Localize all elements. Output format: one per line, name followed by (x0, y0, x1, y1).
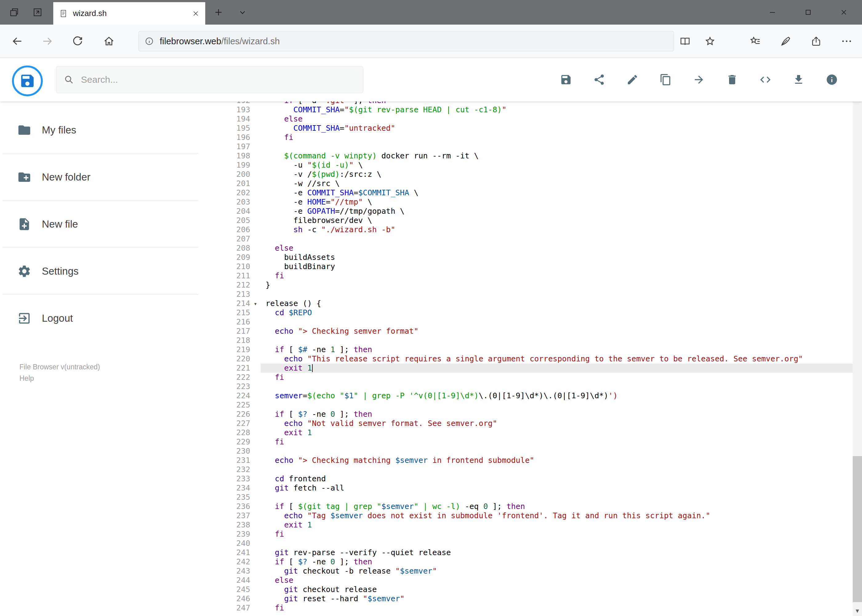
edit-button[interactable] (626, 74, 638, 86)
delete-button[interactable] (726, 74, 738, 86)
code-line[interactable]: 202 -e COMMIT_SHA=$COMMIT_SHA \ (223, 188, 853, 198)
code-line[interactable]: 208 else (223, 244, 853, 253)
sidebar-item-new-folder[interactable]: New folder (0, 154, 223, 201)
fold-gutter (250, 446, 261, 456)
code-line[interactable]: 200 -v /$(pwd):/src:z \ (223, 170, 853, 179)
code-line[interactable]: 230 (223, 446, 853, 456)
site-info-icon[interactable] (144, 36, 154, 46)
code-line[interactable]: 199 -u "$(id -u)" \ (223, 160, 853, 170)
code-line[interactable]: 224 semver=$(echo "$1" | grep -P '^v(0|[… (223, 391, 853, 401)
save-button[interactable] (560, 74, 572, 86)
code-line[interactable]: 243 git checkout -b release "$semver" (223, 566, 853, 576)
code-line[interactable]: 192 if [ -d ".git" ]; then (223, 102, 853, 105)
hub-icon[interactable] (749, 35, 761, 47)
code-line[interactable]: 234 git fetch --all (223, 484, 853, 493)
code-line[interactable]: 244 else (223, 576, 853, 585)
code-line[interactable]: 220 echo "This release script requires a… (223, 354, 853, 363)
close-button[interactable] (832, 0, 856, 25)
code-line[interactable]: 196 fi (223, 133, 853, 142)
copy-button[interactable] (660, 74, 672, 86)
code-editor[interactable]: 192 if [ -d ".git" ]; then193 COMMIT_SHA… (223, 102, 853, 616)
code-line[interactable]: 245 git checkout release (223, 585, 853, 594)
address-bar[interactable]: filebrowser.web/files/wizard.sh (139, 31, 674, 51)
code-line[interactable]: 213 (223, 290, 853, 299)
maximize-button[interactable] (796, 0, 821, 25)
back-icon[interactable] (11, 35, 24, 47)
sidebar-item-settings[interactable]: Settings (0, 248, 223, 295)
share-button[interactable] (593, 74, 605, 86)
code-line[interactable]: 241 git rev-parse --verify --quiet relea… (223, 548, 853, 557)
code-line[interactable]: 218 (223, 336, 853, 345)
code-line[interactable]: 195 COMMIT_SHA="untracked" (223, 124, 853, 133)
code-line[interactable]: 203 -e HOME="//tmp" \ (223, 198, 853, 207)
more-options-icon[interactable] (840, 35, 853, 47)
code-line[interactable]: 209 buildAssets (223, 253, 853, 262)
code-line[interactable]: 210 buildBinary (223, 262, 853, 271)
new-tab-button[interactable] (209, 0, 229, 25)
search-box[interactable] (56, 66, 363, 93)
favorite-star-icon[interactable] (704, 35, 716, 47)
search-input[interactable] (81, 74, 355, 85)
code-line[interactable]: 239 fi (223, 530, 853, 539)
code-line[interactable]: 205 filebrowser/dev \ (223, 216, 853, 225)
tabs-set-aside-icon[interactable] (4, 0, 24, 25)
code-line[interactable]: 233 cd frontend (223, 474, 853, 484)
code-line[interactable]: 206 sh -c "./wizard.sh -b" (223, 225, 853, 234)
code-line[interactable]: 217 echo "> Checking semver format" (223, 327, 853, 336)
code-line[interactable]: 214▾release () { (223, 299, 853, 308)
forward-icon[interactable] (41, 35, 54, 47)
code-line[interactable]: 238 exit 1 (223, 520, 853, 530)
page-scrollbar[interactable]: ▲ ▼ (853, 58, 862, 616)
code-line[interactable]: 223 (223, 382, 853, 391)
share-icon[interactable] (810, 35, 822, 47)
code-line[interactable]: 225 (223, 401, 853, 410)
code-line[interactable]: 231 echo "> Checking matching $semver in… (223, 456, 853, 465)
scrollbar-thumb[interactable] (853, 456, 862, 602)
code-line[interactable]: 216 (223, 317, 853, 327)
sidebar-item-logout[interactable]: Logout (0, 295, 223, 342)
code-line[interactable]: 219 if [ $# -ne 1 ]; then (223, 345, 853, 354)
code-line[interactable]: 246 git reset --hard "$semver" (223, 594, 853, 603)
browser-tab[interactable]: wizard.sh (53, 2, 205, 25)
code-line[interactable]: 229 fi (223, 437, 853, 446)
code-line[interactable]: 201 -w //src \ (223, 179, 853, 188)
code-line[interactable]: 221 exit 1 (223, 363, 853, 373)
code-line[interactable]: 242 if [ $? -ne 0 ]; then (223, 557, 853, 566)
download-button[interactable] (793, 74, 805, 86)
code-line[interactable]: 240 (223, 539, 853, 548)
code-line[interactable]: 232 (223, 465, 853, 474)
code-line[interactable]: 228 exit 1 (223, 428, 853, 437)
code-line[interactable]: 236 if [ $(git tag | grep "$semver" | wc… (223, 502, 853, 511)
fold-marker-icon[interactable]: ▾ (250, 299, 261, 308)
raw-code-button[interactable] (759, 74, 772, 86)
code-line[interactable]: 227 echo "Not valid semver format. See s… (223, 419, 853, 428)
code-line[interactable]: 197 (223, 142, 853, 151)
code-line[interactable]: 204 -e GOPATH=//tmp/gopath \ (223, 207, 853, 216)
code-line[interactable]: 222 fi (223, 373, 853, 382)
code-line[interactable]: 212} (223, 280, 853, 290)
code-line[interactable]: 198 $(command -v winpty) docker run --rm… (223, 151, 853, 160)
minimize-button[interactable] (760, 0, 785, 25)
sidebar-item-my-files[interactable]: My files (0, 107, 223, 154)
code-line[interactable]: 194 else (223, 115, 853, 124)
sidebar-item-new-file[interactable]: New file (0, 201, 223, 248)
code-line[interactable]: 215 cd $REPO (223, 308, 853, 317)
tab-preview-icon[interactable] (28, 0, 47, 25)
code-line[interactable]: 207 (223, 234, 853, 244)
code-line[interactable]: 193 COMMIT_SHA="$(git rev-parse HEAD | c… (223, 105, 853, 115)
code-line[interactable]: 211 fi (223, 271, 853, 280)
tab-list-chevron-icon[interactable] (233, 0, 252, 25)
move-button[interactable] (693, 74, 705, 86)
code-line[interactable]: 247 fi (223, 603, 853, 613)
code-line[interactable]: 226 if [ $? -ne 0 ]; then (223, 410, 853, 419)
info-button[interactable] (826, 74, 838, 86)
home-icon[interactable] (103, 35, 115, 47)
code-line[interactable]: 237 echo "Tag $semver does not exist in … (223, 511, 853, 520)
refresh-icon[interactable] (71, 35, 84, 47)
scroll-down-icon[interactable]: ▼ (853, 605, 862, 616)
help-link[interactable]: Help (19, 373, 100, 384)
reading-view-icon[interactable] (679, 35, 691, 47)
web-note-icon[interactable] (780, 35, 792, 47)
code-line[interactable]: 235 (223, 493, 853, 502)
tab-close-icon[interactable] (192, 9, 200, 17)
